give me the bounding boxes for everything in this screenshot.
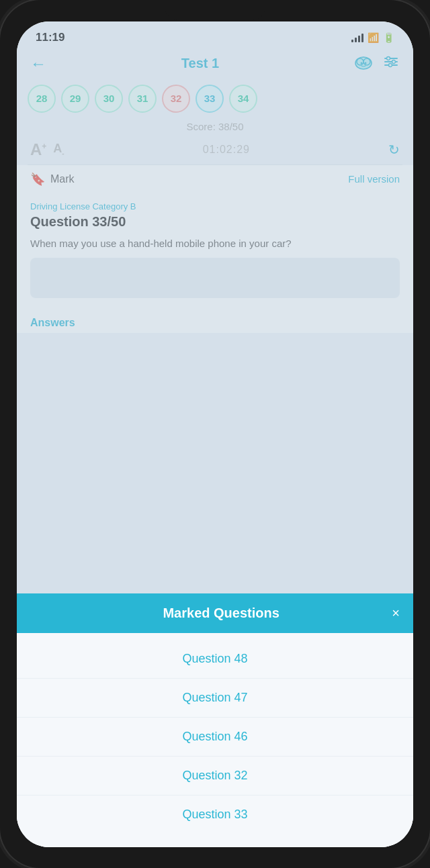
phone-screen: 11:19 📶 🔋 ← Test 1 (17, 21, 413, 847)
modal-item-q33[interactable]: Question 33 (17, 795, 413, 834)
notch (165, 0, 265, 20)
modal-item-q46[interactable]: Question 46 (17, 718, 413, 757)
modal-item-q32[interactable]: Question 32 (17, 757, 413, 795)
modal-title: Marked Questions (50, 606, 392, 621)
modal-body: Question 48 Question 47 Question 46 Ques… (17, 633, 413, 847)
modal-item-q48[interactable]: Question 48 (17, 640, 413, 679)
marked-questions-modal: Marked Questions × Question 48 Question … (17, 593, 413, 847)
modal-close-button[interactable]: × (392, 606, 400, 621)
phone-frame: 11:19 📶 🔋 ← Test 1 (0, 0, 430, 868)
modal-item-q47[interactable]: Question 47 (17, 679, 413, 718)
modal-overlay: Marked Questions × Question 48 Question … (17, 21, 413, 847)
modal-header: Marked Questions × (17, 593, 413, 633)
